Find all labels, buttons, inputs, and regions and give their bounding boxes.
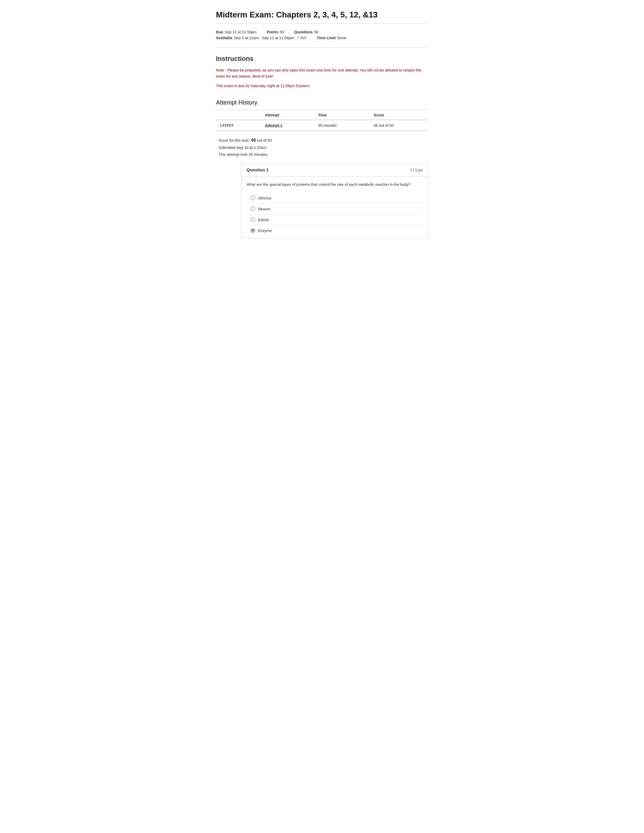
attempt-time: 35 minutes — [314, 120, 369, 131]
score-suffix: out of 50 — [257, 138, 272, 142]
question-1-text: What are the special types of proteins t… — [246, 182, 423, 188]
meta-divider — [216, 47, 428, 48]
due-label: Due — [216, 30, 223, 34]
due-item: Due Sep 11 at 11:59pm — [216, 30, 257, 34]
points-value: 50 — [280, 30, 284, 34]
attempt-row-1: LATEST Attempt 1 35 minutes 46 out of 50 — [216, 120, 428, 131]
question-1-card: Question 1 1 / 1 pts What are the specia… — [241, 164, 428, 238]
attempt-col-time: Time — [314, 110, 369, 120]
points-label: Points — [267, 30, 278, 34]
meta-row-2: Available Sep 5 at 12am - Sep 11 at 11:5… — [216, 35, 428, 40]
question-1-title: Question 1 — [246, 167, 269, 173]
question-1-area: Question 1 1 / 1 pts What are the specia… — [216, 164, 428, 246]
score-label: Score for this quiz: — [219, 138, 250, 142]
points-item: Points 50 — [267, 30, 284, 34]
radio-neuron — [251, 206, 255, 211]
attempt-score: 46 out of 50 — [369, 120, 428, 131]
answer-option-neuron[interactable]: Neuron — [246, 203, 423, 214]
answer-option-isthmus[interactable]: Isthmus — [246, 193, 423, 203]
answer-label-neuron: Neuron — [258, 207, 270, 211]
meta-info: Due Sep 11 at 11:59pm Points 50 Question… — [216, 27, 428, 44]
attempt-col-score: Score — [369, 110, 428, 120]
attempt-table: Attempt Time Score LATEST Attempt 1 35 m… — [216, 110, 428, 131]
due-value: Sep 11 at 11:59pm — [224, 30, 257, 34]
meta-row-1: Due Sep 11 at 11:59pm Points 50 Question… — [216, 30, 428, 34]
page-title: Midterm Exam: Chapters 2, 3, 4, 5, 12, &… — [216, 10, 428, 19]
time-limit-value: None — [337, 35, 346, 40]
attempt-table-header-row: Attempt Time Score — [216, 110, 428, 120]
radio-estriol — [251, 217, 255, 222]
score-value: 46 — [251, 138, 256, 143]
available-value: Sep 5 at 12am - Sep 11 at 11:59pm — [234, 35, 294, 40]
instructions-note-2: This exam is due by Saturday night at 11… — [216, 83, 428, 89]
instructions-title: Instructions — [216, 55, 428, 63]
answer-option-estriol[interactable]: Estriol — [246, 214, 423, 225]
available-days: 7 days — [297, 35, 307, 40]
attempt-history-title: Attempt History — [216, 99, 428, 106]
questions-item: Questions 50 — [294, 30, 319, 34]
questions-value: 50 — [314, 30, 319, 34]
attempt-col-status — [216, 110, 261, 120]
score-summary: Score for this quiz: 46 out of 50 Submit… — [219, 136, 428, 158]
attempt-status: LATEST — [216, 120, 261, 131]
answer-label-isthmus: Isthmus — [258, 196, 272, 200]
time-limit-label: Time Limit — [317, 35, 336, 40]
question-1-points: 1 / 1 pts — [410, 168, 423, 172]
questions-label: Questions — [294, 30, 313, 34]
answer-option-enzyme[interactable]: Correct! Enzyme — [246, 225, 423, 236]
radio-isthmus — [251, 196, 255, 200]
available-item: Available Sep 5 at 12am - Sep 11 at 11:5… — [216, 35, 307, 40]
available-label: Available — [216, 35, 232, 40]
answer-label-enzyme: Enzyme — [258, 228, 272, 233]
submitted-line: Submitted Sep 10 at 1:25am — [219, 144, 428, 151]
time-limit-item: Time Limit None — [317, 35, 346, 40]
radio-enzyme — [251, 228, 255, 233]
attempt-link[interactable]: Attempt 1 — [265, 123, 282, 127]
answer-label-estriol: Estriol — [258, 217, 269, 222]
question-1-body: What are the special types of proteins t… — [242, 177, 428, 238]
instructions-note-1: Note - Please be prepared, as you can on… — [216, 67, 428, 79]
score-line: Score for this quiz: 46 out of 50 — [219, 136, 428, 144]
question-1-header: Question 1 1 / 1 pts — [242, 164, 428, 177]
question-1-wrapper: Question 1 1 / 1 pts What are the specia… — [216, 164, 428, 246]
attempt-number[interactable]: Attempt 1 — [261, 120, 314, 131]
attempt-col-attempt: Attempt — [261, 110, 314, 120]
answer-options: Isthmus Neuron Estriol Correct! Enzyme — [246, 193, 423, 236]
duration-line: This attempt took 35 minutes. — [219, 151, 428, 158]
